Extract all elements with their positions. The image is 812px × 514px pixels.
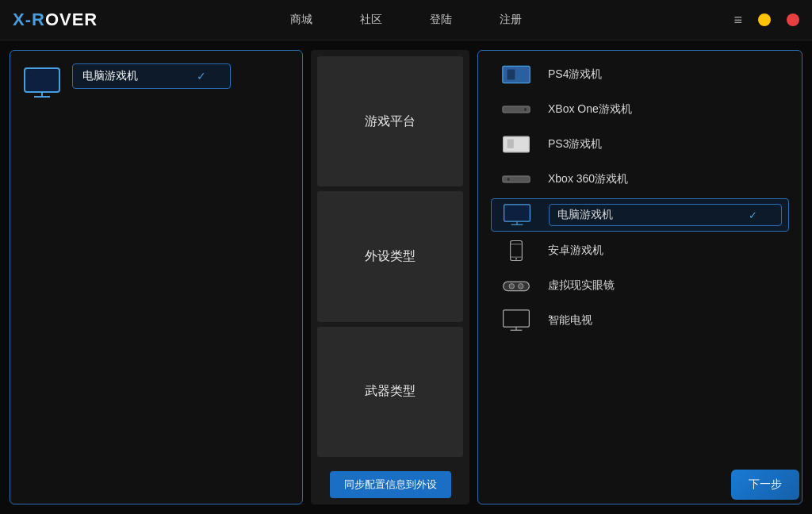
- game-platform-button[interactable]: 游戏平台: [317, 56, 463, 186]
- next-button[interactable]: 下一步: [731, 470, 799, 500]
- svg-point-6: [523, 108, 527, 112]
- nav-items: 商城 社区 登陆 注册: [290, 13, 522, 27]
- smart-tv-icon: [497, 309, 535, 332]
- mid-panel: 游戏平台 外设类型 武器类型 同步配置信息到外设: [311, 50, 469, 504]
- check-icon: ✓: [197, 70, 206, 82]
- pc-icon: [498, 204, 536, 226]
- android-icon: [497, 240, 535, 262]
- xbox360-icon: [497, 168, 535, 190]
- xbox360-label: Xbox 360游戏机: [548, 172, 783, 186]
- ps4-icon: [497, 63, 535, 86]
- logo-area: X-ROVER: [13, 10, 98, 30]
- sync-button[interactable]: 同步配置信息到外设: [330, 471, 451, 498]
- titlebar-right: ≡: [733, 12, 799, 29]
- svg-point-20: [518, 284, 523, 290]
- device-row-pc[interactable]: 电脑游戏机 ✓: [491, 198, 789, 232]
- svg-point-17: [515, 258, 517, 259]
- svg-rect-21: [504, 310, 530, 327]
- close-button[interactable]: [787, 13, 799, 26]
- svg-point-19: [509, 284, 515, 290]
- device-row-ps3[interactable]: PS3游戏机: [491, 128, 789, 160]
- ps4-label: PS4游戏机: [548, 67, 783, 82]
- titlebar: X-ROVER 商城 社区 登陆 注册 ≡: [0, 0, 812, 40]
- svg-point-10: [507, 178, 511, 182]
- svg-rect-14: [511, 240, 523, 260]
- svg-rect-11: [504, 205, 530, 221]
- minimize-button[interactable]: [758, 13, 771, 26]
- selected-device-box: 电脑游戏机 ✓: [72, 63, 231, 89]
- xbox-one-icon: [497, 98, 535, 121]
- svg-rect-3: [503, 66, 530, 82]
- pc-label: 电脑游戏机: [557, 208, 749, 222]
- peripheral-type-button[interactable]: 外设类型: [317, 191, 463, 321]
- pc-selected-box: 电脑游戏机 ✓: [549, 204, 782, 226]
- device-row-android[interactable]: 安卓游戏机: [491, 235, 789, 267]
- monitor-icon: [23, 67, 61, 105]
- vr-icon: [497, 274, 535, 297]
- left-panel: 电脑游戏机 ✓: [10, 50, 303, 504]
- device-row-xbox-one[interactable]: XBox One游戏机: [491, 94, 789, 125]
- xbox-one-label: XBox One游戏机: [548, 102, 783, 117]
- nav-login[interactable]: 登陆: [430, 13, 452, 27]
- nav-community[interactable]: 社区: [360, 13, 382, 27]
- android-label: 安卓游戏机: [548, 244, 783, 258]
- weapon-type-button[interactable]: 武器类型: [317, 327, 463, 457]
- sync-btn-container: 同步配置信息到外设: [311, 471, 469, 498]
- svg-rect-8: [508, 139, 514, 148]
- logo: X-ROVER: [13, 10, 98, 30]
- smart-tv-label: 智能电视: [548, 313, 783, 328]
- menu-icon[interactable]: ≡: [733, 12, 742, 29]
- main-content: 电脑游戏机 ✓ 游戏平台 外设类型 武器类型 同步配置信息到外设 PS4游戏机: [0, 40, 812, 514]
- ps3-label: PS3游戏机: [548, 137, 783, 152]
- mid-sections: 游戏平台 外设类型 武器类型: [311, 50, 469, 504]
- pc-check-icon: ✓: [749, 209, 757, 221]
- svg-rect-18: [504, 282, 530, 290]
- ps3-icon: [497, 133, 535, 155]
- vr-label: 虚拟现实眼镜: [548, 278, 783, 293]
- svg-rect-0: [25, 68, 59, 92]
- nav-register[interactable]: 注册: [500, 13, 522, 27]
- selected-device-label: 电脑游戏机: [82, 69, 138, 83]
- device-row-ps4[interactable]: PS4游戏机: [491, 59, 789, 90]
- device-row-smart-tv[interactable]: 智能电视: [491, 305, 789, 336]
- nav-shop[interactable]: 商城: [290, 13, 312, 27]
- device-row-xbox360[interactable]: Xbox 360游戏机: [491, 163, 789, 195]
- device-row-vr[interactable]: 虚拟现实眼镜: [491, 270, 789, 301]
- svg-rect-4: [508, 69, 515, 79]
- right-panel: PS4游戏机 XBox One游戏机 PS3游戏机: [477, 50, 802, 504]
